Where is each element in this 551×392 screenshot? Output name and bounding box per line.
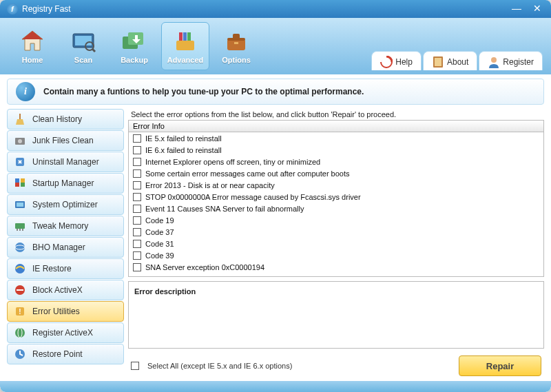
svg-rect-15 [234, 42, 238, 44]
app-icon: f [7, 3, 18, 14]
checkbox-icon[interactable] [133, 181, 141, 189]
help-tab[interactable]: Help [371, 51, 422, 70]
sidebar-item-label: BHO Manager [32, 243, 85, 252]
sidebar-item-register-activex[interactable]: Register ActiveX [7, 322, 124, 343]
minimize-button[interactable]: — [510, 3, 523, 14]
main-panel: Select the error options from the list b… [128, 109, 544, 388]
instruction-text: Select the error options from the list b… [128, 109, 544, 120]
toolbar-scan[interactable]: Scan [59, 22, 107, 70]
svg-rect-3 [75, 36, 92, 45]
checkbox-icon[interactable] [133, 263, 141, 271]
checkbox-icon[interactable] [133, 169, 141, 178]
error-label: Some certain error messages came out aft… [145, 169, 350, 178]
checkbox-icon [131, 362, 139, 370]
checkbox-icon[interactable] [133, 193, 141, 201]
ie-icon [13, 262, 27, 276]
sidebar-item-system-optimizer[interactable]: System Optimizer [7, 194, 124, 215]
svg-rect-18 [435, 58, 441, 66]
error-label: IE 6.x failed to reinstall [145, 146, 222, 154]
svg-rect-38 [17, 289, 23, 291]
svg-rect-25 [21, 183, 25, 187]
toolbar-label: Home [22, 56, 43, 64]
svg-rect-20 [19, 114, 21, 119]
content-area: Clean HistoryJunk Files CleanUninstall M… [0, 109, 551, 392]
checkbox-icon[interactable] [133, 158, 141, 166]
sidebar-item-label: Tweak Memory [32, 221, 88, 231]
svg-line-5 [92, 49, 95, 52]
error-label: Code 31 [145, 240, 174, 248]
checkbox-icon[interactable] [133, 146, 141, 154]
list-body[interactable]: IE 5.x failed to reinstallIE 6.x failed … [129, 132, 543, 276]
list-header[interactable]: Error Info [129, 121, 543, 132]
error-row[interactable]: Error 2013 - Disk is at or near capacity [129, 179, 543, 191]
uninstall-icon [13, 155, 27, 169]
info-text: Contain many a funtions to help you tune… [43, 87, 364, 96]
sidebar-item-tweak-memory[interactable]: Tweak Memory [7, 216, 124, 236]
sidebar-item-label: Clean History [32, 114, 82, 124]
error-label: Code 19 [145, 216, 174, 225]
checkbox-icon[interactable] [133, 240, 141, 248]
error-row[interactable]: Some certain error messages came out aft… [129, 167, 543, 179]
error-label: Event 11 Causes SNA Server to fail abnor… [145, 205, 304, 213]
sidebar-item-restore-point[interactable]: Restore Point [7, 344, 124, 364]
svg-rect-14 [233, 34, 240, 39]
register-tab[interactable]: Register [479, 51, 543, 70]
error-row[interactable]: Code 39 [129, 249, 543, 261]
error-row[interactable]: IE 5.x failed to reinstall [129, 132, 543, 144]
select-all-checkbox[interactable]: Select All (except IE 5.x and IE 6.x opt… [131, 362, 292, 370]
sidebar-item-label: Junk Files Clean [32, 136, 94, 145]
about-label: About [447, 57, 468, 67]
error-label: Code 37 [145, 228, 174, 236]
sidebar-item-label: Startup Manager [32, 178, 94, 188]
checkbox-icon[interactable] [133, 251, 141, 260]
close-button[interactable]: ✕ [530, 3, 544, 14]
sidebar-item-label: System Optimizer [32, 200, 98, 209]
toolbar-backup[interactable]: Backup [110, 22, 158, 70]
about-tab[interactable]: About [423, 51, 477, 70]
checkbox-icon[interactable] [133, 216, 141, 225]
error-row[interactable]: Code 37 [129, 226, 543, 238]
sidebar-item-startup-manager[interactable]: Startup Manager [7, 173, 124, 194]
error-icon: ! [13, 305, 27, 318]
scan-icon [69, 28, 98, 54]
error-row[interactable]: Internet Explorer opens off screen, tiny… [129, 156, 543, 167]
info-banner: i Contain many a funtions to help you tu… [7, 79, 544, 105]
error-row[interactable]: Code 31 [129, 238, 543, 249]
bho-icon [13, 240, 27, 254]
checkbox-icon[interactable] [133, 205, 141, 213]
info-icon: i [16, 82, 35, 101]
svg-rect-24 [15, 183, 19, 187]
sidebar-item-uninstall-manager[interactable]: Uninstall Manager [7, 152, 124, 172]
sidebar-item-ie-restore[interactable]: IE Restore [7, 258, 124, 279]
sidebar-item-block-activex[interactable]: Block ActiveX [7, 280, 124, 300]
sidebar-item-bho-manager[interactable]: BHO Manager [7, 237, 124, 258]
sidebar-item-label: IE Restore [32, 264, 72, 274]
error-row[interactable]: SNA Server exception 0xC0000194 [129, 261, 543, 273]
error-row[interactable]: Event 11 Causes SNA Server to fail abnor… [129, 203, 543, 214]
error-row[interactable]: IE 6.x failed to reinstall [129, 144, 543, 156]
sidebar-item-clean-history[interactable]: Clean History [7, 109, 124, 130]
checkbox-icon[interactable] [133, 228, 141, 236]
svg-rect-12 [227, 39, 245, 50]
advanced-icon [171, 28, 200, 54]
svg-point-19 [491, 57, 497, 63]
titlebar[interactable]: f Registry Fast — ✕ [0, 0, 551, 18]
checkbox-icon[interactable] [133, 134, 141, 143]
footer-stripe [0, 381, 551, 392]
svg-marker-1 [22, 31, 43, 39]
error-label: IE 5.x failed to reinstall [145, 134, 222, 143]
sidebar-item-junk-files-clean[interactable]: Junk Files Clean [7, 130, 124, 151]
error-description-box: Error description [128, 281, 544, 349]
startup-icon [13, 176, 27, 190]
error-row[interactable]: STOP 0x0000000A Error message caused by … [129, 191, 543, 203]
sidebar-item-error-utilities[interactable]: !Error Utilities [7, 301, 124, 322]
toolbar-options[interactable]: Options [212, 22, 260, 70]
register-icon [13, 326, 27, 340]
toolbar-home[interactable]: Home [8, 22, 56, 70]
toolbar-advanced[interactable]: Advanced [161, 22, 209, 70]
error-label: SNA Server exception 0xC0000194 [145, 263, 264, 271]
toolbar-label: Scan [74, 56, 92, 64]
toolbar-label: Options [222, 56, 251, 64]
repair-button[interactable]: Repair [459, 355, 541, 376]
error-row[interactable]: Code 19 [129, 214, 543, 226]
